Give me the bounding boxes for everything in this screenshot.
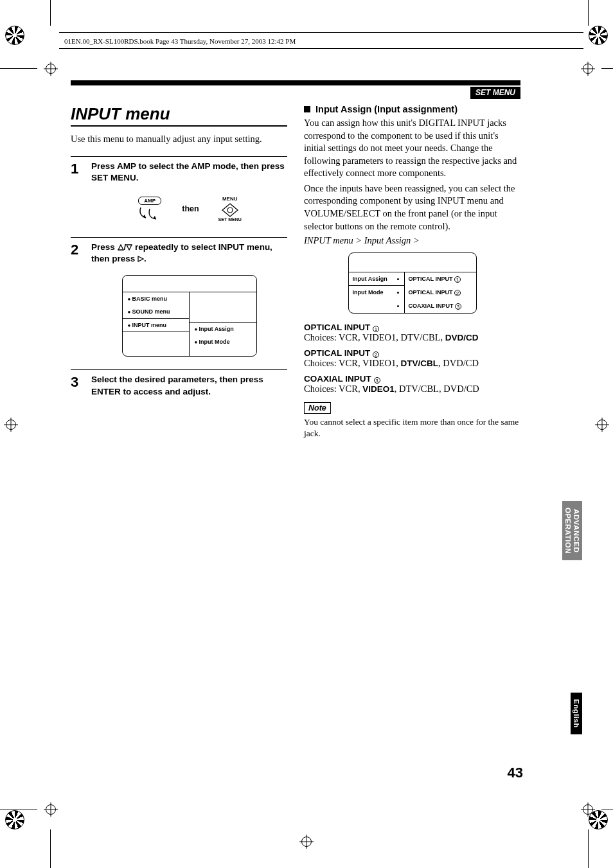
def-optical-1: OPTICAL INPUT 1 Choices: VCR, VIDEO1, DT…: [304, 323, 520, 343]
step-2-text: Press / repeatedly to select INPUT menu,…: [91, 242, 287, 265]
press-arrow-icon: [137, 206, 163, 222]
crop-line: [50, 829, 51, 868]
side-tab-english: English: [571, 693, 582, 734]
osd-item-assign: Input Assign: [190, 322, 256, 335]
regmark-bl: [5, 810, 24, 829]
intro-text: Use this menu to manually adjust any inp…: [71, 133, 287, 146]
crop-line: [588, 829, 589, 868]
step-1: 1 Press AMP to select the AMP mode, then…: [71, 156, 287, 224]
header-path: 01EN.00_RX-SL100RDS.book Page 43 Thursda…: [64, 37, 296, 45]
then-label: then: [182, 204, 199, 213]
page-title: INPUT menu: [71, 104, 287, 127]
subheading-input-assign: Input Assign (Input assignment): [304, 104, 520, 114]
top-black-bar: [71, 80, 520, 85]
osd-right-list: Input Assign Input Mode: [190, 292, 256, 356]
menu-pad-icon: [222, 203, 238, 217]
step-2-num: 2: [71, 242, 84, 357]
cropmark-left-top: [44, 62, 58, 76]
osd2-opt1: OPTICAL INPUT 1: [405, 272, 476, 286]
setmenu-label: SET MENU: [218, 217, 242, 222]
cropmark-left-bot: [44, 802, 58, 817]
osd-item-sound: SOUND menu: [123, 305, 189, 318]
crop-line: [50, 0, 51, 26]
crop-line: [0, 68, 37, 69]
menu-button-graphic: MENU SET MENU: [218, 196, 242, 222]
crop-line: [0, 810, 37, 810]
breadcrumb: INPUT menu > Input Assign >: [304, 235, 520, 246]
side-tab-advanced-operation: ADVANCEDOPERATION: [562, 501, 582, 560]
step-3-num: 3: [71, 374, 84, 397]
cropmark-left-mid: [4, 418, 18, 432]
def-coaxial-3: COAXIAL INPUT 3 Choices: VCR, VIDEO1, DT…: [304, 374, 520, 394]
cropmark-right-bot: [581, 802, 595, 817]
note-text: You cannot select a specific item more t…: [304, 416, 520, 439]
osd-input-menu: BASIC menu SOUND menu INPUT menu Input A…: [122, 275, 257, 357]
step-2: 2 Press / repeatedly to select INPUT men…: [71, 237, 287, 357]
section-tab: SET MENU: [470, 87, 520, 99]
osd-item-basic: BASIC menu: [123, 292, 189, 305]
up-icon: [118, 244, 124, 251]
def-optical-2: OPTICAL INPUT 2 Choices: VCR, VIDEO1, DT…: [304, 348, 520, 369]
osd-input-assign: Input Assign Input Mode OPTICAL INPUT 1 …: [348, 252, 477, 314]
square-bullet-icon: [304, 106, 310, 112]
osd-left-list: BASIC menu SOUND menu INPUT menu: [123, 292, 190, 356]
menu-label: MENU: [218, 196, 242, 202]
osd-item-mode: Input Mode: [190, 335, 256, 348]
osd-item-input: INPUT menu: [123, 318, 189, 332]
down-icon: [126, 244, 132, 251]
page-number: 43: [508, 765, 523, 781]
right-icon: [138, 256, 144, 262]
amp-button-graphic: AMP: [137, 195, 163, 222]
note-title: Note: [304, 402, 331, 414]
step-3-text: Select the desired parameters, then pres…: [91, 374, 287, 397]
amp-button-label: AMP: [138, 197, 161, 205]
cropmark-right-top: [581, 62, 595, 76]
step-3: 3 Select the desired parameters, then pr…: [71, 369, 287, 397]
crop-line: [601, 68, 613, 69]
osd2-opt2: OPTICAL INPUT 2: [405, 286, 476, 299]
step-1-text: Press AMP to select the AMP mode, then p…: [91, 161, 287, 184]
cropmark-right-mid: [595, 418, 609, 432]
step-1-num: 1: [71, 161, 84, 224]
regmark-tl: [5, 26, 24, 45]
crop-line: [588, 0, 589, 26]
osd2-right-list: OPTICAL INPUT 1 OPTICAL INPUT 2 COAXIAL …: [405, 272, 476, 313]
para-1: You can assign how this unit's DIGITAL I…: [304, 117, 520, 180]
osd2-coax3: COAXIAL INPUT 3: [405, 299, 476, 313]
svg-point-0: [227, 208, 233, 213]
para-2: Once the inputs have been reassigned, yo…: [304, 182, 520, 233]
cropmark-center-bot: [299, 835, 314, 849]
crop-line: [601, 810, 613, 810]
regmark-tr: [589, 26, 608, 45]
